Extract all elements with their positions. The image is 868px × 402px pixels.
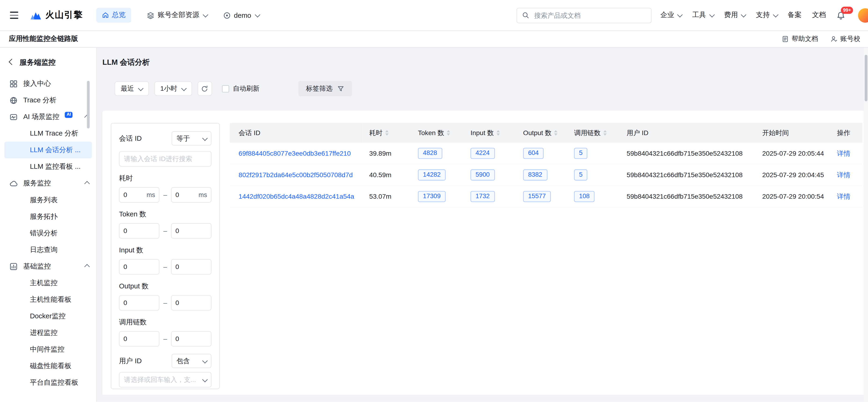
- user-id-input[interactable]: [124, 376, 202, 383]
- account-check-link[interactable]: 账号校: [830, 34, 860, 44]
- sidebar-item-access-center[interactable]: 接入中心: [0, 75, 96, 92]
- menu-enterprise[interactable]: 企业: [660, 10, 682, 20]
- link-docs[interactable]: 文档: [812, 10, 826, 20]
- menu-billing[interactable]: 费用: [724, 10, 745, 20]
- table-row[interactable]: 802f2917b2da64e5c00b2f5050708d7d 40.59m …: [230, 164, 862, 186]
- session-id-link[interactable]: 69f884405c8077e3ee0db3e617ffe210: [239, 150, 351, 157]
- global-search[interactable]: [517, 7, 652, 23]
- output-count-badge[interactable]: 8382: [523, 169, 547, 180]
- sort-icon[interactable]: [497, 130, 500, 136]
- sidebar-item-llm-dashboard[interactable]: LLM 监控看板 ...: [4, 158, 92, 175]
- chains-min-input[interactable]: [123, 335, 155, 343]
- session-id-link[interactable]: 802f2917b2da64e5c00b2f5050708d7d: [239, 171, 353, 179]
- sidebar-item-disk-performance[interactable]: 磁盘性能看板: [4, 358, 92, 374]
- sort-icon[interactable]: [447, 130, 450, 136]
- tag-filter-button[interactable]: 标签筛选: [298, 81, 352, 96]
- sort-icon[interactable]: [603, 130, 607, 136]
- sidebar-item-basic-monitoring[interactable]: 基础监控: [0, 258, 96, 275]
- sort-icon[interactable]: [554, 130, 558, 136]
- col-duration: 耗时: [363, 123, 411, 143]
- time-mode-select[interactable]: 最近: [115, 81, 149, 96]
- resource-scope-dropdown[interactable]: 账号全部资源: [147, 10, 207, 20]
- sidebar-item-error-analysis[interactable]: 错误分析: [4, 225, 92, 241]
- detail-link[interactable]: 详情: [837, 192, 850, 200]
- sidebar-item-log-query[interactable]: 日志查询: [4, 241, 92, 258]
- output-max-input[interactable]: [175, 299, 207, 307]
- sidebar-back-button[interactable]: 服务端监控: [0, 55, 96, 75]
- duration-unit: ms: [147, 192, 155, 198]
- sidebar-scrollbar[interactable]: [87, 81, 90, 128]
- user-id-combo[interactable]: [119, 372, 212, 388]
- sidebar-item-process-monitoring[interactable]: 进程监控: [4, 324, 92, 341]
- chain-count-badge[interactable]: 5: [574, 169, 588, 180]
- session-id-operator-select[interactable]: 等于: [172, 131, 212, 146]
- output-min-input[interactable]: [123, 299, 155, 307]
- chains-max-input[interactable]: [175, 335, 207, 343]
- detail-link[interactable]: 详情: [837, 149, 850, 157]
- col-input: Input 数: [464, 123, 517, 143]
- sidebar-item-service-monitoring[interactable]: 服务监控: [0, 175, 96, 191]
- search-input[interactable]: [533, 11, 646, 20]
- chain-count-badge[interactable]: 5: [574, 148, 588, 159]
- token-count-badge[interactable]: 17309: [418, 191, 445, 202]
- table-row[interactable]: 69f884405c8077e3ee0db3e617ffe210 39.89m …: [230, 143, 862, 164]
- token-count-badge[interactable]: 14282: [418, 169, 445, 180]
- duration-max-box: ms: [171, 187, 212, 203]
- sidebar-item-llm-trace-analysis[interactable]: LLM Trace 分析: [4, 125, 92, 142]
- overview-button[interactable]: 总览: [96, 8, 131, 23]
- sidebar-item-ai-monitoring[interactable]: AI 场景监控 AI: [0, 109, 96, 125]
- document-icon: [781, 35, 789, 43]
- chevron-down-icon: [773, 12, 778, 17]
- sidebar-item-service-list[interactable]: 服务列表: [4, 192, 92, 208]
- sidebar-item-middleware-monitoring[interactable]: 中间件监控: [4, 341, 92, 358]
- token-max-input[interactable]: [175, 227, 207, 235]
- session-id-link[interactable]: 1442df020b65dc4a48a4828d2c41a54a: [239, 193, 354, 200]
- token-min-input[interactable]: [123, 227, 155, 235]
- sidebar-item-service-topology[interactable]: 服务拓扑: [4, 208, 92, 225]
- sidebar-item-host-monitoring[interactable]: 主机监控: [4, 275, 92, 291]
- help-docs-link[interactable]: 帮助文档: [781, 34, 818, 44]
- input-count-badge[interactable]: 1732: [470, 191, 495, 202]
- output-count-badge[interactable]: 15577: [523, 191, 551, 202]
- sort-icon[interactable]: [385, 130, 389, 136]
- menu-support[interactable]: 支持: [756, 10, 777, 20]
- scrollbar-thumb[interactable]: [865, 55, 867, 101]
- chain-count-badge[interactable]: 108: [574, 191, 594, 202]
- auto-refresh-toggle[interactable]: 自动刷新: [222, 84, 259, 93]
- sidebar-item-host-performance[interactable]: 主机性能看板: [4, 291, 92, 308]
- sidebar-item-trace-analysis[interactable]: Trace 分析: [0, 92, 96, 109]
- duration-min-input[interactable]: [123, 191, 145, 199]
- detail-link[interactable]: 详情: [837, 171, 850, 179]
- funnel-icon: [337, 85, 344, 92]
- duration-unit: ms: [199, 192, 207, 198]
- avatar[interactable]: [858, 8, 868, 23]
- input-min-input[interactable]: [123, 263, 155, 271]
- time-range-select[interactable]: 1小时: [154, 81, 192, 96]
- input-max-input[interactable]: [175, 263, 207, 271]
- input-count-badge[interactable]: 4224: [470, 148, 495, 159]
- token-count-badge[interactable]: 4828: [418, 148, 442, 159]
- search-icon: [522, 12, 529, 19]
- brand-logo[interactable]: 火山引擎: [29, 9, 83, 21]
- refresh-button[interactable]: [197, 81, 212, 96]
- start-time-value: 2025-07-29 20:00:54: [762, 193, 824, 200]
- output-count-badge[interactable]: 604: [523, 148, 544, 159]
- auto-refresh-checkbox[interactable]: [222, 85, 229, 92]
- table-row[interactable]: 1442df020b65dc4a48a4828d2c41a54a 53.07m …: [230, 186, 862, 207]
- user-id-operator-select[interactable]: 包含: [172, 354, 212, 368]
- project-dropdown[interactable]: demo: [223, 11, 259, 19]
- link-beian[interactable]: 备案: [788, 10, 802, 20]
- hamburger-menu-icon[interactable]: [6, 9, 22, 22]
- session-id-input[interactable]: [119, 151, 212, 167]
- chains-filter-label: 调用链数: [119, 318, 212, 327]
- duration-max-input[interactable]: [175, 191, 196, 199]
- menu-tools[interactable]: 工具: [692, 10, 714, 20]
- subheader-right: 帮助文档 账号校: [781, 34, 860, 44]
- sidebar-item-llm-session-analysis[interactable]: LLM 会话分析 ...: [4, 142, 92, 158]
- input-count-badge[interactable]: 5900: [470, 169, 495, 180]
- sidebar-item-docker-monitoring[interactable]: Docker监控: [4, 308, 92, 324]
- notifications-button[interactable]: 99+: [836, 11, 847, 20]
- product-title: 应用性能监控全链路版: [9, 34, 78, 44]
- sidebar-item-platform-self-monitoring[interactable]: 平台自监控看板: [4, 374, 92, 391]
- page-scrollbar[interactable]: [864, 48, 868, 402]
